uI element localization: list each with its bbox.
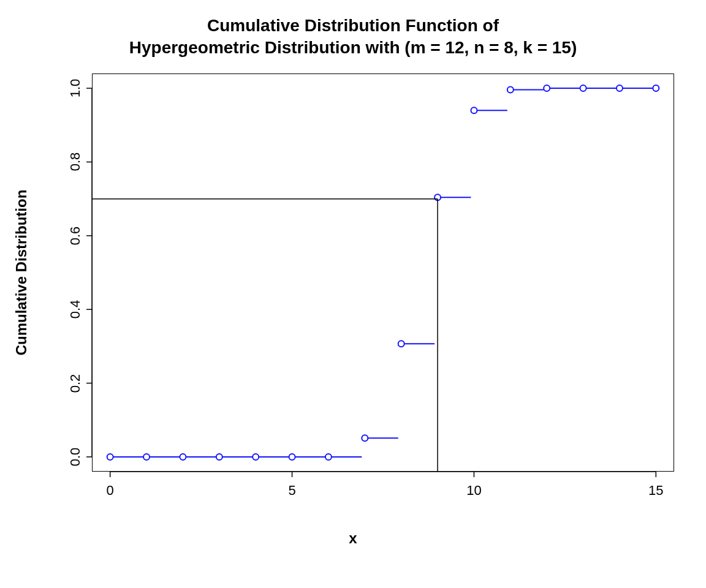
x-axis-label: x bbox=[0, 530, 706, 547]
y-tick-label: 0.0 bbox=[67, 448, 83, 467]
x-tick-label: 15 bbox=[648, 483, 663, 499]
x-tick-label: 0 bbox=[107, 483, 114, 499]
y-tick-label: 0.4 bbox=[67, 300, 83, 319]
y-tick-label: 0.8 bbox=[67, 153, 83, 172]
y-tick-label: 0.6 bbox=[67, 227, 83, 246]
y-tick-label: 1.0 bbox=[67, 79, 83, 98]
y-tick-label: 0.2 bbox=[67, 374, 83, 393]
x-tick-label: 5 bbox=[288, 483, 295, 499]
x-tick-label: 10 bbox=[466, 483, 481, 499]
y-axis-label: Cumulative Distribution bbox=[12, 74, 31, 472]
axis-svg bbox=[0, 0, 706, 588]
chart-canvas: Cumulative Distribution Function of Hype… bbox=[0, 0, 706, 588]
